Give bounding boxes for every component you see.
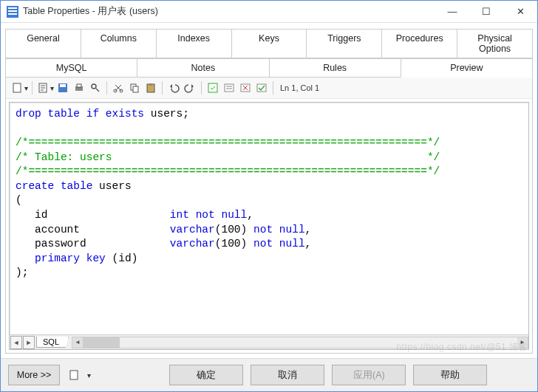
editor-toolbar: ▾ ▾ Ln 1, Col 1 <box>6 78 532 99</box>
find-icon[interactable] <box>88 80 103 95</box>
dialog-footer: More >> ▾ 确定 取消 应用(A) 帮助 <box>1 358 537 391</box>
code-editor[interactable]: drop table if exists users; /*==========… <box>9 102 529 350</box>
window-title: Table Properties - 用户表 (users) <box>23 5 435 18</box>
dropdown-arrow-icon[interactable]: ▾ <box>24 84 28 92</box>
content-panel: ▾ ▾ Ln 1, Col 1 drop table if exists use… <box>5 78 533 354</box>
copy-icon[interactable] <box>127 80 142 95</box>
tab-columns[interactable]: Columns <box>81 29 157 58</box>
more-button[interactable]: More >> <box>8 365 60 385</box>
edit-icon[interactable] <box>36 80 51 95</box>
tool3-icon[interactable] <box>238 80 253 95</box>
svg-rect-16 <box>257 84 266 92</box>
maximize-button[interactable]: ☐ <box>469 1 503 23</box>
tab-notes[interactable]: Notes <box>137 58 269 78</box>
tool1-icon[interactable] <box>205 80 220 95</box>
save-icon[interactable] <box>55 80 70 95</box>
svg-rect-13 <box>208 83 217 92</box>
tab-mysql[interactable]: MySQL <box>5 58 137 78</box>
tab-rules[interactable]: Rules <box>269 58 401 78</box>
cut-icon[interactable] <box>111 80 126 95</box>
tool4-icon[interactable] <box>254 80 269 95</box>
tab-keys[interactable]: Keys <box>231 29 307 58</box>
scroll-left-icon[interactable]: ◄ <box>72 337 83 348</box>
tab-row-2: MySQL Notes Rules Preview <box>5 58 533 78</box>
tab-triggers[interactable]: Triggers <box>306 29 382 58</box>
horizontal-scrollbar[interactable]: ◄ ► <box>72 337 528 348</box>
tab-indexes[interactable]: Indexes <box>156 29 232 58</box>
tab-scroll-left-icon[interactable]: ◄ <box>10 336 22 349</box>
svg-rect-0 <box>13 83 21 92</box>
svg-rect-12 <box>149 83 152 86</box>
footer-tool-icon[interactable] <box>67 368 82 382</box>
paste-icon[interactable] <box>143 80 158 95</box>
editor-tab-sql[interactable]: SQL <box>36 337 69 348</box>
tab-scroll-right-icon[interactable]: ► <box>23 336 35 349</box>
tab-general[interactable]: General <box>5 29 81 58</box>
print-icon[interactable] <box>72 80 86 95</box>
minimize-button[interactable]: — <box>435 1 469 23</box>
cancel-button[interactable]: 取消 <box>251 365 324 385</box>
cursor-position: Ln 1, Col 1 <box>280 83 319 92</box>
svg-rect-17 <box>70 371 78 379</box>
dropdown-arrow-icon[interactable]: ▾ <box>50 84 54 92</box>
svg-rect-14 <box>225 84 234 92</box>
scroll-right-icon[interactable]: ► <box>517 337 528 348</box>
svg-rect-3 <box>60 84 66 87</box>
app-icon <box>7 6 18 18</box>
new-dropdown-icon[interactable] <box>10 80 25 95</box>
help-button[interactable]: 帮助 <box>413 365 487 385</box>
scroll-thumb[interactable] <box>83 337 120 348</box>
tab-procedures[interactable]: Procedures <box>381 29 457 58</box>
undo-icon[interactable] <box>166 80 181 95</box>
redo-icon[interactable] <box>183 80 197 95</box>
ok-button[interactable]: 确定 <box>169 365 243 385</box>
editor-bottom-tabs: ◄ ► SQL ◄ ► <box>10 334 528 349</box>
tab-preview[interactable]: Preview <box>401 58 533 78</box>
title-bar: Table Properties - 用户表 (users) — ☐ ✕ <box>1 1 537 23</box>
svg-rect-10 <box>133 86 138 92</box>
tool2-icon[interactable] <box>222 80 236 95</box>
tab-physical-options[interactable]: Physical Options <box>457 29 533 58</box>
dropdown-arrow-icon[interactable]: ▾ <box>87 371 91 379</box>
close-button[interactable]: ✕ <box>503 1 537 23</box>
tab-row-1: General Columns Indexes Keys Triggers Pr… <box>5 29 533 58</box>
svg-point-6 <box>92 84 96 89</box>
svg-rect-5 <box>77 84 81 87</box>
apply-button[interactable]: 应用(A) <box>332 365 406 385</box>
